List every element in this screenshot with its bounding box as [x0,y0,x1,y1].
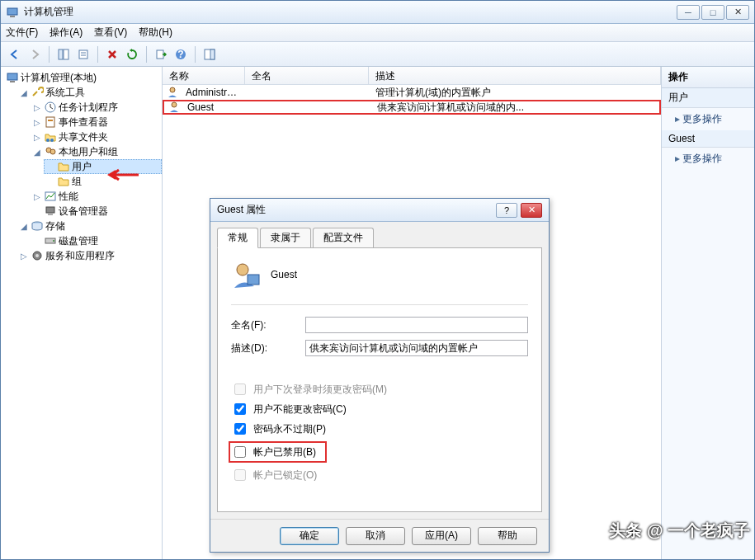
ok-button[interactable]: 确定 [280,527,339,545]
tree-root[interactable]: 计算机管理(本地) [4,70,162,85]
actions-more-guest[interactable]: 更多操作 [662,148,754,170]
separator [97,46,98,63]
expand-icon[interactable]: ▷ [32,191,42,201]
tree-shared-folders[interactable]: ▷共享文件夹 [31,129,162,144]
checkbox-password-never-expires[interactable]: 密码永不过期(P) [231,421,528,437]
tree-groups[interactable]: ▷组 [44,174,162,189]
action-pane-button[interactable] [201,45,219,64]
export-list-button[interactable] [152,45,170,64]
list-row-administrator[interactable]: Administrat... 管理计算机(域)的内置帐户 [163,85,661,100]
back-button[interactable] [6,45,24,64]
tree-users[interactable]: ▷用户 [44,159,162,174]
expand-icon[interactable]: ▷ [19,251,29,261]
dialog-close-button[interactable]: ✕ [521,203,542,218]
show-hide-tree-button[interactable] [54,45,73,64]
clock-icon [44,101,57,114]
tab-memberof[interactable]: 隶属于 [260,228,311,248]
input-description[interactable] [305,340,528,356]
tree-storage[interactable]: ◢存储 [17,219,162,233]
tree-item-label: 设备管理器 [59,205,108,219]
disk-icon [44,234,57,247]
svg-point-26 [53,240,54,242]
checkbox-account-disabled[interactable]: 帐户已禁用(B) [231,444,324,460]
properties-button[interactable] [74,45,92,64]
expand-icon[interactable]: ▷ [32,102,42,112]
collapse-icon[interactable]: ◢ [19,87,29,97]
cell-desc: 供来宾访问计算机或访问域的内... [370,101,659,115]
shared-folder-icon [44,130,57,144]
delete-button[interactable] [103,45,121,64]
tree-device-manager[interactable]: ▷设备管理器 [31,204,162,219]
svg-rect-22 [46,207,54,213]
svg-text:?: ? [177,49,183,60]
tree-pane[interactable]: 计算机管理(本地) ◢ 系统工具 ▷任务计划程序 ▷事件查看器 [1,67,163,559]
properties-dialog[interactable]: Guest 属性 ? ✕ 常规 隶属于 配置文件 Guest 全名(F): 描述… [210,198,550,553]
checkbox-cannot-change-password[interactable]: 用户不能更改密码(C) [231,401,528,417]
col-fullname[interactable]: 全名 [245,67,369,84]
folder-icon [57,175,70,188]
svg-rect-1 [10,16,15,17]
tree-services-apps[interactable]: ▷服务和应用程序 [17,248,162,263]
tab-profile[interactable]: 配置文件 [313,228,374,248]
menu-bar: 文件(F) 操作(A) 查看(V) 帮助(H) [1,24,754,42]
collapse-icon[interactable]: ◢ [19,221,29,231]
svg-point-31 [237,264,248,275]
user-icon [168,101,181,114]
collapse-icon[interactable]: ◢ [32,147,42,157]
tree-performance[interactable]: ▷性能 [31,189,162,204]
perf-icon [44,190,57,203]
col-desc[interactable]: 描述 [369,67,661,84]
svg-rect-4 [79,50,87,59]
expand-icon[interactable]: ▷ [32,132,42,142]
col-name[interactable]: 名称 [163,67,245,84]
actions-section-users: 用户 [662,88,754,108]
user-large-icon [231,260,261,289]
svg-rect-16 [48,120,53,121]
toolbar: ? [1,42,754,67]
minimize-button[interactable]: ─ [677,5,700,20]
window-title: 计算机管理 [24,5,675,19]
checkbox-label: 用户下次登录时须更改密码(M) [253,383,387,397]
maximize-button[interactable]: □ [701,5,724,20]
dialog-help-button-bottom[interactable]: 帮助 [478,527,537,545]
refresh-button[interactable] [123,45,141,64]
tree-disk-mgmt[interactable]: ▷磁盘管理 [31,233,162,248]
dialog-title: Guest 属性 [217,203,493,217]
dialog-help-button[interactable]: ? [496,203,517,218]
cancel-button[interactable]: 取消 [346,527,405,545]
menu-help[interactable]: 帮助(H) [139,26,172,40]
menu-action[interactable]: 操作(A) [50,26,83,40]
help-button[interactable]: ? [172,45,190,64]
checkbox-label: 密码永不过期(P) [253,422,326,436]
tools-icon [31,86,44,99]
event-icon [44,115,57,129]
titlebar[interactable]: 计算机管理 ─ □ ✕ [1,1,754,24]
tab-general[interactable]: 常规 [217,228,258,248]
tree-root-label: 计算机管理(本地) [21,71,97,85]
checkbox-must-change-password: 用户下次登录时须更改密码(M) [231,381,528,398]
svg-point-29 [170,87,175,92]
menu-file[interactable]: 文件(F) [6,26,38,40]
forward-button[interactable] [26,45,44,64]
tree-item-label: 任务计划程序 [59,101,118,115]
row-description: 描述(D): [231,340,528,356]
close-button[interactable]: ✕ [726,5,749,20]
tree-local-users-groups[interactable]: ◢本地用户和组 [31,144,162,159]
expand-icon[interactable]: ▷ [32,117,42,127]
tree-task-scheduler[interactable]: ▷任务计划程序 [31,100,162,115]
dialog-tabs: 常规 隶属于 配置文件 [210,222,549,247]
tree-event-viewer[interactable]: ▷事件查看器 [31,115,162,129]
tree-system-tools[interactable]: ◢ 系统工具 [17,85,162,100]
actions-more-users[interactable]: 更多操作 [662,108,754,130]
dialog-titlebar[interactable]: Guest 属性 ? ✕ [210,199,549,222]
checkbox-label: 帐户已禁用(B) [253,445,316,459]
row-fullname: 全名(F): [231,317,528,333]
apply-button[interactable]: 应用(A) [412,527,471,545]
input-fullname[interactable] [305,317,528,333]
separator [195,46,196,63]
menu-view[interactable]: 查看(V) [94,26,127,40]
cell-name: Administrat... [179,87,245,98]
tree-sys-tools-label: 系统工具 [45,86,85,100]
list-row-guest[interactable]: Guest 供来宾访问计算机或访问域的内... [163,100,661,115]
tree-item-label: 存储 [45,219,65,233]
